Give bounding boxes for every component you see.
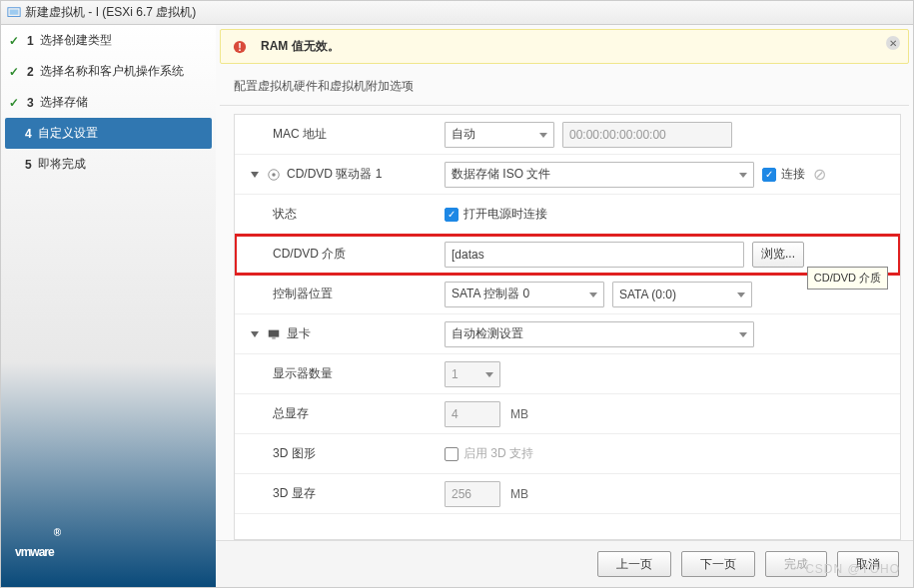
cdrom-connect-checkbox[interactable]: 连接	[762, 166, 805, 183]
checkbox-unchecked-icon	[445, 447, 458, 461]
alert-close-button[interactable]: ✕	[886, 36, 900, 50]
row-totalmem: 总显存 4 MB	[235, 394, 900, 434]
row-video-header: 显卡 自动检测设置	[235, 314, 900, 354]
row-cdrom-media: CD/DVD 介质 [datas 浏览... CD/DVD 介质	[235, 235, 900, 275]
row-displays: 显示器数量 1	[235, 354, 900, 394]
step-5: 5即将完成	[1, 149, 216, 180]
svg-rect-1	[10, 9, 19, 14]
caret-down-icon	[251, 331, 259, 337]
mac-label: MAC 地址	[235, 126, 445, 143]
displays-select: 1	[445, 361, 500, 387]
svg-point-5	[272, 173, 276, 177]
controller-port-select[interactable]: SATA (0:0)	[612, 282, 752, 307]
disc-icon	[267, 168, 281, 182]
checkbox-checked-icon	[445, 208, 458, 222]
step-2[interactable]: 2选择名称和客户机操作系统	[1, 56, 216, 87]
dialog-title: 新建虚拟机 - I (ESXi 6.7 虚拟机)	[25, 4, 196, 21]
mac-mode-select[interactable]: 自动	[445, 122, 554, 148]
row-cdrom-header: CD/DVD 驱动器 1 数据存储 ISO 文件 连接 ⊘	[235, 155, 900, 195]
enable-3d-checkbox: 启用 3D 支持	[445, 445, 533, 462]
cdrom-header[interactable]: CD/DVD 驱动器 1	[235, 166, 445, 183]
content-panel: ! RAM 值无效。 ✕ 配置虚拟机硬件和虚拟机附加选项 MAC 地址 自动 0…	[216, 25, 913, 587]
video-header[interactable]: 显卡	[235, 325, 445, 342]
remove-cdrom-button[interactable]: ⊘	[813, 165, 826, 184]
vmware-logo: vmware®	[1, 508, 216, 587]
monitor-icon	[267, 327, 281, 341]
step-1[interactable]: 1选择创建类型	[1, 25, 216, 56]
totalmem-label: 总显存	[235, 405, 445, 422]
new-vm-dialog: 新建虚拟机 - I (ESXi 6.7 虚拟机) 1选择创建类型 2选择名称和客…	[0, 0, 914, 588]
step-3[interactable]: 3选择存储	[1, 87, 216, 118]
mac-address-input[interactable]: 00:00:00:00:00:00	[562, 122, 732, 148]
controller-select[interactable]: SATA 控制器 0	[445, 282, 604, 307]
mb-unit: MB	[510, 407, 528, 421]
wizard-sidebar: 1选择创建类型 2选择名称和客户机操作系统 3选择存储 4自定义设置 5即将完成…	[1, 25, 216, 587]
prev-button[interactable]: 上一页	[597, 551, 671, 577]
totalmem-input: 4	[445, 401, 500, 427]
finish-button[interactable]: 完成	[765, 551, 827, 577]
media-path-input[interactable]: [datas	[445, 242, 744, 268]
controller-label: 控制器位置	[235, 286, 445, 302]
title-bar: 新建虚拟机 - I (ESXi 6.7 虚拟机)	[1, 1, 913, 25]
svg-rect-7	[272, 337, 276, 338]
error-icon: !	[233, 40, 247, 54]
poweron-connect-checkbox[interactable]: 打开电源时连接	[445, 206, 547, 223]
media-label: CD/DVD 介质	[235, 246, 445, 263]
step-4[interactable]: 4自定义设置	[5, 118, 212, 149]
next-button[interactable]: 下一页	[681, 551, 755, 577]
alert-bar: ! RAM 值无效。 ✕	[220, 29, 909, 64]
hardware-form[interactable]: MAC 地址 自动 00:00:00:00:00:00 CD/DVD 驱动器 1…	[234, 114, 901, 540]
checkbox-checked-icon	[762, 168, 776, 182]
threed-label: 3D 图形	[235, 445, 445, 462]
svg-text:!: !	[238, 40, 242, 52]
row-3d: 3D 图形 启用 3D 支持	[235, 434, 900, 474]
svg-rect-6	[269, 329, 280, 336]
threed-mem-input: 256	[445, 481, 500, 507]
threed-mem-label: 3D 显存	[235, 485, 445, 502]
status-label: 状态	[235, 206, 445, 223]
main-area: 1选择创建类型 2选择名称和客户机操作系统 3选择存储 4自定义设置 5即将完成…	[1, 25, 913, 587]
panel-subtitle: 配置虚拟机硬件和虚拟机附加选项	[220, 68, 909, 106]
displays-label: 显示器数量	[235, 365, 445, 382]
alert-text: RAM 值无效。	[261, 38, 340, 55]
row-cdrom-status: 状态 打开电源时连接	[235, 195, 900, 235]
vm-icon	[7, 6, 21, 20]
row-mac: MAC 地址 自动 00:00:00:00:00:00	[235, 115, 900, 155]
row-cdrom-controller: 控制器位置 SATA 控制器 0 SATA (0:0)	[235, 275, 900, 314]
video-mode-select[interactable]: 自动检测设置	[445, 321, 754, 347]
browse-button[interactable]: 浏览...	[752, 242, 804, 268]
footer-bar: 上一页 下一页 完成 取消	[216, 540, 913, 587]
caret-down-icon	[251, 172, 259, 178]
row-3dmem: 3D 显存 256 MB	[235, 474, 900, 514]
cancel-button[interactable]: 取消	[837, 551, 899, 577]
media-tooltip: CD/DVD 介质	[807, 267, 888, 290]
mb-unit: MB	[510, 487, 528, 501]
cdrom-source-select[interactable]: 数据存储 ISO 文件	[445, 162, 754, 188]
